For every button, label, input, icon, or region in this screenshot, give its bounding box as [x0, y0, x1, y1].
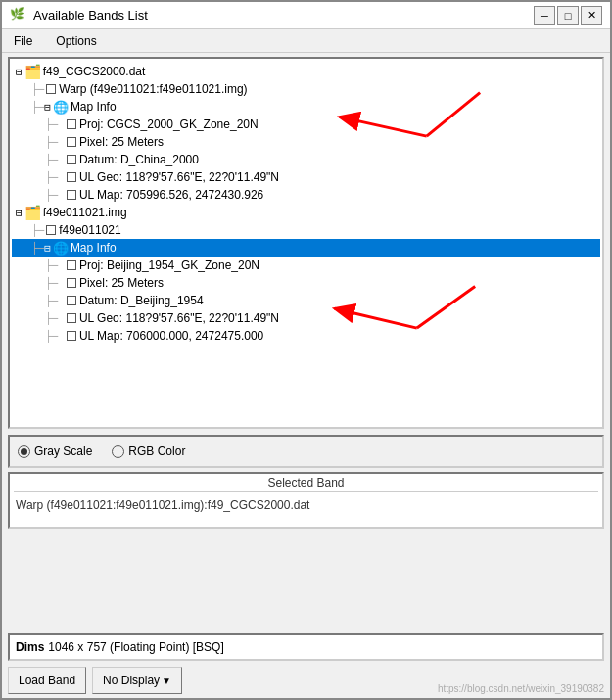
dims-panel: Dims 1046 x 757 (Floating Point) [BSQ] [8, 633, 604, 661]
tree-node-n6[interactable]: ├─ Datum: D_China_2000 [12, 151, 600, 168]
tree-label-n11: Map Info [71, 241, 117, 255]
tree-label-n9: f49e011021.img [43, 206, 127, 219]
tree-label-n10: f49e011021 [59, 223, 120, 237]
checkbox-n7[interactable] [67, 172, 76, 182]
tree-label-n14: Datum: D_Beijing_1954 [79, 294, 204, 307]
window-title: Available Bands List [33, 8, 148, 23]
globe-icon-n3: 🌐 [53, 100, 69, 115]
tree-node-n9[interactable]: ⊟🗂️f49e011021.img [12, 204, 600, 221]
menu-options[interactable]: Options [52, 32, 100, 50]
window-controls: ─ □ ✕ [534, 6, 602, 25]
tree-node-n2[interactable]: ├─ Warp (f49e011021:f49e011021.img) [12, 80, 600, 98]
close-button[interactable]: ✕ [581, 6, 602, 25]
tree-label-n4: Proj: CGCS_2000_GK_Zone_20N [79, 117, 259, 131]
no-display-button[interactable]: No Display ▼ [92, 667, 182, 694]
folder-icon-n1: 🗂️ [24, 64, 41, 79]
checkbox-n14[interactable] [67, 296, 76, 305]
tree-node-n3[interactable]: ├─⊟🌐Map Info [12, 98, 600, 116]
tree-label-n16: UL Map: 706000.000, 2472475.000 [79, 329, 263, 343]
folder-icon-n9: 🗂️ [24, 205, 41, 220]
rgb-color-radio-group[interactable]: RGB Color [112, 444, 185, 458]
tree-container: ⊟🗂️f49_CGCS2000.dat├─ Warp (f49e011021:f… [12, 63, 600, 345]
checkbox-n4[interactable] [67, 119, 76, 129]
watermark: https://blog.csdn.net/weixin_39190382 [438, 683, 604, 694]
tree-label-n8: UL Map: 705996.526, 2472430.926 [79, 188, 263, 202]
tree-node-n13[interactable]: ├─ Pixel: 25 Meters [12, 274, 600, 292]
checkbox-n15[interactable] [67, 313, 76, 323]
gray-scale-label: Gray Scale [34, 444, 92, 458]
expand-icon-n1[interactable]: ⊟ [16, 66, 23, 78]
tree-node-n4[interactable]: ├─ Proj: CGCS_2000_GK_Zone_20N [12, 116, 600, 133]
tree-node-n16[interactable]: ├─ UL Map: 706000.000, 2472475.000 [12, 327, 600, 345]
expand-icon-n9[interactable]: ⊟ [16, 207, 23, 219]
tree-node-n15[interactable]: ├─ UL Geo: 118?9'57.66"E, 22?0'11.49"N [12, 309, 600, 327]
minimize-button[interactable]: ─ [534, 6, 555, 25]
main-window: 🌿 Available Bands List ─ □ ✕ File Option… [0, 0, 612, 700]
bottom-bar: Load Band No Display ▼ https://blog.csdn… [8, 667, 604, 694]
menu-bar: File Options [2, 29, 610, 53]
app-icon: 🌿 [10, 7, 27, 24]
checkbox-n16[interactable] [67, 331, 76, 341]
tree-node-n14[interactable]: ├─ Datum: D_Beijing_1954 [12, 292, 600, 309]
checkbox-n12[interactable] [67, 260, 76, 270]
expand-icon-n11[interactable]: ⊟ [44, 242, 51, 255]
tree-label-n13: Pixel: 25 Meters [79, 276, 164, 290]
checkbox-n8[interactable] [67, 190, 76, 200]
tree-node-n11[interactable]: ├─⊟🌐Map Info [12, 239, 600, 257]
checkbox-n5[interactable] [67, 137, 76, 147]
tree-node-n7[interactable]: ├─ UL Geo: 118?9'57.66"E, 22?0'11.49"N [12, 168, 600, 186]
rgb-color-radio[interactable] [112, 445, 124, 458]
title-bar-left: 🌿 Available Bands List [10, 7, 148, 24]
dims-value: 1046 x 757 (Floating Point) [BSQ] [48, 640, 223, 654]
globe-icon-n11: 🌐 [53, 241, 69, 256]
tree-node-n5[interactable]: ├─ Pixel: 25 Meters [12, 133, 600, 151]
tree-label-n7: UL Geo: 118?9'57.66"E, 22?0'11.49"N [79, 170, 279, 184]
title-bar: 🌿 Available Bands List ─ □ ✕ [2, 2, 610, 29]
tree-label-n5: Pixel: 25 Meters [79, 135, 164, 149]
checkbox-n2[interactable] [46, 84, 56, 94]
checkbox-n6[interactable] [67, 155, 76, 164]
load-band-button[interactable]: Load Band [8, 667, 86, 694]
gray-scale-radio[interactable] [18, 445, 30, 458]
expand-icon-n3[interactable]: ⊟ [44, 101, 51, 114]
selected-band-value: Warp (f49e011021:f49e011021.img):f49_CGC… [14, 496, 598, 514]
checkbox-n13[interactable] [67, 278, 76, 288]
tree-label-n12: Proj: Beijing_1954_GK_Zone_20N [79, 258, 259, 272]
rgb-color-label: RGB Color [128, 444, 185, 458]
tree-label-n6: Datum: D_China_2000 [79, 153, 199, 166]
tree-node-n12[interactable]: ├─ Proj: Beijing_1954_GK_Zone_20N [12, 257, 600, 274]
checkbox-n10[interactable] [46, 225, 56, 235]
dims-label: Dims [16, 640, 44, 654]
tree-label-n2: Warp (f49e011021:f49e011021.img) [59, 82, 247, 96]
gray-scale-radio-group[interactable]: Gray Scale [18, 444, 92, 458]
tree-label-n3: Map Info [71, 100, 117, 114]
options-panel: Gray Scale RGB Color [8, 435, 604, 468]
menu-file[interactable]: File [10, 32, 36, 50]
selected-band-title: Selected Band [14, 476, 598, 492]
maximize-button[interactable]: □ [557, 6, 579, 25]
tree-label-n15: UL Geo: 118?9'57.66"E, 22?0'11.49"N [79, 311, 279, 325]
tree-label-n1: f49_CGCS2000.dat [43, 65, 146, 78]
tree-node-n1[interactable]: ⊟🗂️f49_CGCS2000.dat [12, 63, 600, 80]
tree-panel[interactable]: ⊟🗂️f49_CGCS2000.dat├─ Warp (f49e011021:f… [8, 57, 604, 429]
tree-node-n8[interactable]: ├─ UL Map: 705996.526, 2472430.926 [12, 186, 600, 204]
selected-band-panel: Selected Band Warp (f49e011021:f49e01102… [8, 472, 604, 529]
dropdown-arrow-icon: ▼ [162, 676, 171, 686]
tree-node-n10[interactable]: ├─ f49e011021 [12, 221, 600, 239]
no-display-label: No Display [103, 674, 160, 687]
